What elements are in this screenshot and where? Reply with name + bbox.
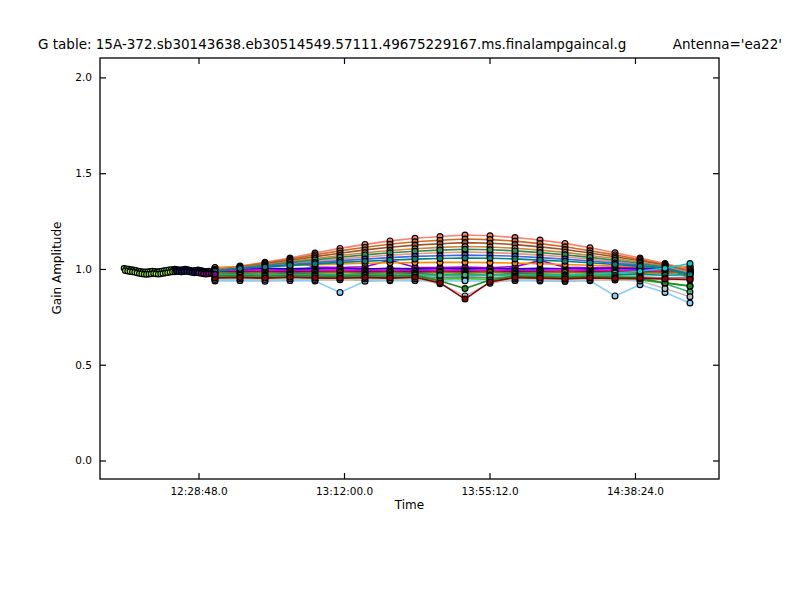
marker-dip-darkred [612, 276, 618, 282]
marker-dip-darkred [637, 275, 643, 281]
marker-dip-darkred [287, 274, 293, 280]
marker-dip-darkred [262, 275, 268, 281]
marker-band-teal [362, 258, 368, 264]
marker-band-teal [437, 256, 443, 262]
marker-dip-silver [662, 286, 668, 292]
marker-dip-forestgreen [687, 283, 693, 289]
y-tick-label: 1.0 [75, 263, 92, 275]
marker-dip-darkred [562, 276, 568, 282]
marker-band-teal [287, 263, 293, 269]
x-tick-label: 13:12:00.0 [316, 485, 373, 497]
marker-band-teal [387, 257, 393, 263]
marker-dip-lightskyblue [337, 290, 343, 296]
marker-dip-darkred [387, 275, 393, 281]
marker-bundle-darkturquoise [637, 268, 643, 274]
marker-band-teal [337, 260, 343, 266]
marker-band-teal [312, 261, 318, 267]
marker-band-teal [262, 264, 268, 270]
marker-band-teal [237, 266, 243, 272]
marker-dip-darkred [437, 280, 443, 286]
marker-dip-darkred [687, 277, 693, 283]
marker-dip-darkred [662, 276, 668, 282]
marker-dip-lightskyblue [612, 293, 618, 299]
marker-band-seagreen [462, 246, 468, 252]
marker-band-teal [512, 256, 518, 262]
marker-band-teal [537, 257, 543, 263]
marker-dip-darkred [462, 296, 468, 302]
x-tick-label: 12:28:48.0 [170, 485, 227, 497]
marker-dip-lightskyblue [687, 300, 693, 306]
marker-dip-darkred [237, 275, 243, 281]
marker-dip-darkred [487, 279, 493, 285]
x-tick-label: 13:55:12.0 [461, 485, 518, 497]
marker-dip-darkred [587, 275, 593, 281]
marker-dip-darkred [362, 275, 368, 281]
marker-band-teal [462, 255, 468, 261]
marker-bundle-darkturquoise [662, 265, 668, 271]
marker-dip-darkred [312, 275, 318, 281]
plot-figure: G table: 15A-372.sb30143638.eb30514549.5… [0, 0, 800, 600]
marker-band-seagreen [487, 247, 493, 253]
marker-dip-lightskyblue [462, 278, 468, 284]
marker-band-teal [612, 262, 618, 268]
y-tick-label: 1.5 [75, 167, 92, 179]
y-tick-label: 0.0 [75, 454, 92, 466]
marker-dip-forestgreen [462, 286, 468, 292]
x-tick-label: 14:38:24.0 [607, 485, 664, 497]
marker-dip-mediumseagreen [462, 272, 468, 278]
marker-band-teal [412, 256, 418, 262]
marker-band-teal [487, 255, 493, 261]
marker-dip-silver [687, 294, 693, 300]
marker-dip-darkred [537, 275, 543, 281]
marker-bundle-darkturquoise [687, 261, 693, 267]
marker-cluster-darkmagenta [212, 272, 217, 277]
marker-dip-darkred [512, 275, 518, 281]
marker-band-seagreen [437, 247, 443, 253]
marker-band-teal [562, 258, 568, 264]
marker-dip-darkred [337, 275, 343, 281]
marker-dip-darkred [412, 274, 418, 280]
y-tick-label: 0.5 [75, 359, 92, 371]
y-tick-label: 2.0 [75, 71, 92, 83]
marker-band-teal [587, 260, 593, 266]
x-axis-label: Time [100, 498, 719, 512]
